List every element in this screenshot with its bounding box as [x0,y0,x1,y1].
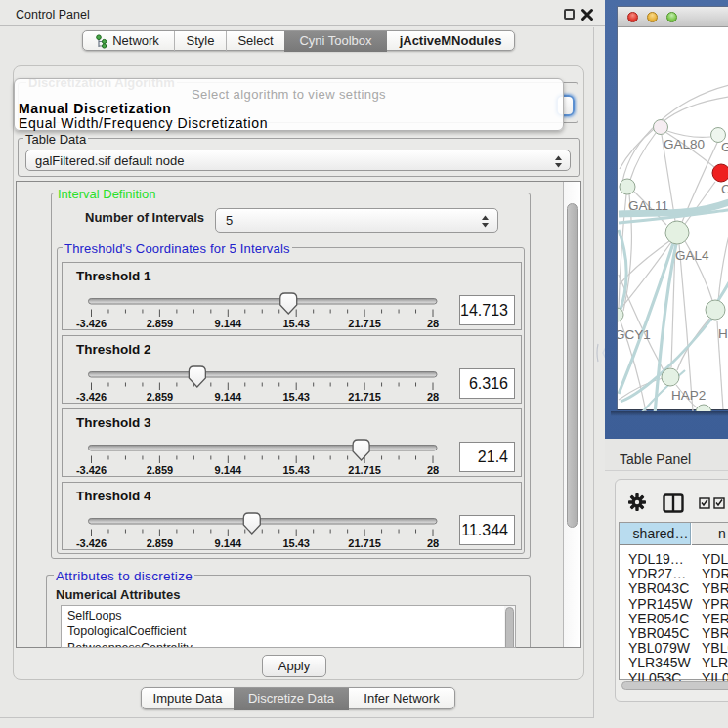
svg-text:21.715: 21.715 [348,391,381,403]
svg-text:21.715: 21.715 [348,537,381,549]
svg-text:-3.426: -3.426 [76,537,107,549]
svg-text:-3.426: -3.426 [76,318,107,329]
svg-text:C: C [721,182,728,196]
svg-text:2.859: 2.859 [147,318,174,329]
svg-text:9.144: 9.144 [215,318,242,329]
svg-text:28: 28 [427,318,439,329]
svg-text:28: 28 [427,391,439,403]
svg-text:21.715: 21.715 [348,318,381,329]
svg-text:21.715: 21.715 [348,464,381,476]
svg-text:H: H [718,326,728,341]
svg-text:2.859: 2.859 [147,537,174,549]
svg-text:9.144: 9.144 [215,537,242,549]
svg-text:28: 28 [427,537,439,549]
svg-text:28: 28 [427,464,439,476]
svg-text:9.144: 9.144 [215,391,242,403]
svg-text:15.43: 15.43 [282,464,310,476]
svg-text:15.43: 15.43 [282,537,310,549]
svg-text:GCY1: GCY1 [618,327,651,342]
svg-text:15.43: 15.43 [282,391,310,403]
svg-text:2.859: 2.859 [147,391,174,403]
svg-text:GA: GA [721,140,728,154]
svg-text:HAP2: HAP2 [671,388,706,403]
svg-text:-3.426: -3.426 [76,391,107,403]
svg-text:GAL80: GAL80 [664,137,705,151]
svg-text:-3.426: -3.426 [76,464,107,476]
svg-text:9.144: 9.144 [215,464,242,476]
svg-text:GAL11: GAL11 [628,198,668,213]
svg-text:15.43: 15.43 [282,318,310,329]
svg-text:2.859: 2.859 [147,464,174,476]
svg-text:GAL4: GAL4 [675,248,709,263]
